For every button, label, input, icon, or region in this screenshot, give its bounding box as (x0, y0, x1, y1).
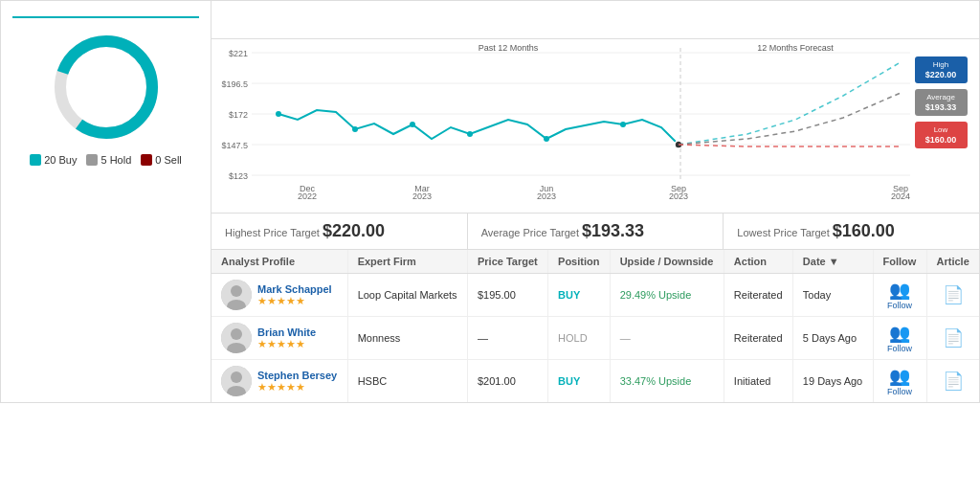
th-upside: Upside / Downside (610, 250, 724, 274)
svg-text:12 Months Forecast: 12 Months Forecast (757, 43, 834, 53)
avatar (221, 366, 252, 396)
follow-button[interactable]: 👥 Follow (883, 366, 917, 396)
svg-text:$147.5: $147.5 (221, 141, 248, 150)
svg-point-42 (231, 285, 242, 297)
svg-text:2023: 2023 (537, 191, 556, 201)
th-firm: Expert Firm (347, 250, 467, 274)
average-price-target: Average Price Target $193.33 (468, 214, 724, 249)
price-target-cell: $195.00 (468, 274, 548, 317)
analyst-name-stars: Stephen Bersey ★★★★★ (257, 370, 337, 394)
th-analyst: Analyst Profile (212, 250, 347, 274)
average-label: Average Price Target (481, 227, 582, 238)
analyst-stars: ★★★★★ (257, 381, 337, 394)
svg-text:$123: $123 (229, 171, 248, 181)
analyst-profile-cell: Brian White ★★★★★ (212, 317, 347, 360)
svg-text:2023: 2023 (669, 191, 688, 201)
follow-label: Follow (887, 301, 912, 310)
svg-text:Average: Average (926, 93, 955, 101)
analyst-info: Stephen Bersey ★★★★★ (221, 366, 338, 396)
svg-text:2022: 2022 (298, 191, 317, 201)
article-button[interactable]: 📄 (937, 327, 969, 349)
average-value: $193.33 (582, 221, 644, 240)
donut-chart (49, 30, 164, 145)
sell-label: 0 Sell (155, 154, 182, 166)
article-button[interactable]: 📄 (937, 371, 969, 392)
upside-cell: 33.47% Upside (610, 360, 724, 403)
legend-hold: 5 Hold (86, 154, 131, 166)
article-button[interactable]: 📄 (937, 284, 969, 305)
upside-cell: 29.49% Upside (610, 274, 724, 317)
date-cell: Today (792, 274, 873, 317)
follow-cell[interactable]: 👥 Follow (873, 274, 926, 317)
follow-cell[interactable]: 👥 Follow (873, 317, 926, 360)
follow-button[interactable]: 👥 Follow (883, 280, 917, 310)
svg-point-25 (276, 111, 281, 117)
follow-label: Follow (887, 344, 912, 353)
follow-icon: 👥 (889, 280, 910, 301)
legend-buy: 20 Buy (30, 154, 77, 166)
article-cell[interactable]: 📄 (926, 274, 979, 317)
analyst-table: Analyst Profile Expert Firm Price Target… (212, 250, 979, 402)
forecast-header (212, 1, 979, 39)
table-row: Stephen Bersey ★★★★★ HSBC $201.00 BUY 33… (212, 360, 979, 403)
th-date[interactable]: Date ▼ (792, 250, 873, 274)
svg-point-29 (544, 136, 549, 142)
sell-dot (141, 154, 152, 166)
chart-area: $221 $196.5 $172 $147.5 $123 Past 12 Mon… (212, 39, 979, 214)
avatar (221, 323, 252, 353)
svg-point-45 (231, 328, 242, 340)
analyst-ratings-panel: 20 Buy 5 Hold 0 Sell (1, 1, 212, 402)
article-icon: 📄 (943, 284, 964, 305)
follow-button[interactable]: 👥 Follow (883, 323, 917, 353)
upside-value: 29.49% Upside (620, 289, 692, 301)
article-cell[interactable]: 📄 (926, 317, 979, 360)
article-icon: 📄 (943, 371, 964, 392)
svg-text:$196.5: $196.5 (221, 79, 248, 89)
th-price: Price Target (468, 250, 548, 274)
svg-text:2023: 2023 (412, 191, 432, 201)
analyst-name[interactable]: Mark Schappel (257, 283, 332, 295)
analyst-profile-cell: Stephen Bersey ★★★★★ (212, 360, 347, 403)
date-cell: 19 Days Ago (792, 360, 873, 403)
hold-label: 5 Hold (100, 154, 131, 166)
highest-value: $220.00 (323, 221, 385, 240)
svg-text:Past 12 Months: Past 12 Months (479, 43, 539, 53)
analyst-name-stars: Mark Schappel ★★★★★ (257, 283, 332, 307)
analyst-name[interactable]: Stephen Bersey (257, 370, 337, 381)
position-cell: BUY (548, 274, 611, 317)
position-cell: BUY (548, 360, 611, 403)
lowest-value: $160.00 (833, 221, 895, 240)
follow-icon: 👥 (889, 366, 910, 387)
svg-text:$172: $172 (229, 110, 248, 120)
svg-text:Low: Low (934, 125, 948, 134)
follow-icon: 👥 (889, 323, 910, 344)
table-header-row: Analyst Profile Expert Firm Price Target… (212, 250, 979, 274)
donut-chart-container (12, 30, 199, 145)
th-action: Action (724, 250, 792, 274)
svg-text:$220.00: $220.00 (925, 70, 957, 79)
highest-price-target: Highest Price Target $220.00 (212, 214, 468, 249)
hold-dot (86, 154, 98, 166)
buy-label: 20 Buy (44, 154, 77, 166)
analyst-name[interactable]: Brian White (257, 326, 316, 338)
svg-text:$221: $221 (229, 49, 248, 58)
left-panel-title (12, 12, 199, 18)
analyst-info: Brian White ★★★★★ (221, 323, 338, 353)
analyst-stars: ★★★★★ (257, 338, 316, 350)
right-panel: $221 $196.5 $172 $147.5 $123 Past 12 Mon… (212, 1, 979, 402)
firm-cell: Monness (347, 317, 467, 360)
position-value: HOLD (558, 332, 588, 344)
th-article: Article (926, 250, 979, 274)
analyst-profile-cell: Mark Schappel ★★★★★ (212, 274, 347, 317)
th-follow: Follow (873, 250, 926, 274)
follow-cell[interactable]: 👥 Follow (873, 360, 926, 403)
article-cell[interactable]: 📄 (926, 360, 979, 403)
svg-text:$193.33: $193.33 (925, 102, 957, 112)
th-position: Position (548, 250, 611, 274)
svg-point-26 (352, 126, 358, 132)
date-cell: 5 Days Ago (792, 317, 873, 360)
svg-point-30 (620, 122, 626, 127)
forecast-chart: $221 $196.5 $172 $147.5 $123 Past 12 Mon… (221, 43, 968, 206)
action-cell: Initiated (724, 360, 792, 403)
analyst-name-stars: Brian White ★★★★★ (257, 326, 316, 350)
